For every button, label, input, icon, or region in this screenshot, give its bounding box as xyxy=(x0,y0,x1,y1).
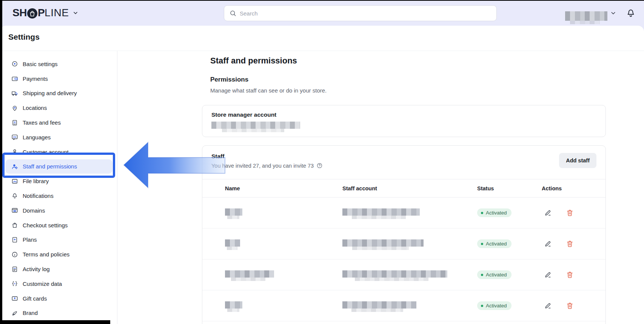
checkout-settings-icon xyxy=(11,222,18,228)
search-input[interactable] xyxy=(240,10,491,17)
customer-account-icon xyxy=(11,148,18,155)
sidebar-item-taxes-and-fees[interactable]: Taxes and fees xyxy=(5,115,112,130)
sidebar-item-label: Languages xyxy=(23,134,51,140)
edit-button[interactable] xyxy=(543,208,552,218)
sidebar-item-label: Brand xyxy=(23,310,38,316)
settings-sidebar: Basic settings Payments Shipping and del… xyxy=(5,57,112,320)
bell-icon[interactable] xyxy=(626,8,636,18)
redacted-account xyxy=(342,239,424,247)
delete-button[interactable] xyxy=(565,239,574,248)
cell-staff-account xyxy=(342,208,477,217)
permissions-heading: Permissions xyxy=(210,76,248,83)
staff-card-header: Staff You have invited 27, and you can i… xyxy=(202,146,605,179)
staff-table-header: Name Staff account Status Actions xyxy=(202,179,605,197)
screenshot-edge-bottom-left xyxy=(0,320,110,324)
sidebar-item-gift-cards[interactable]: Gift cards xyxy=(5,291,112,306)
staff-permissions-icon xyxy=(11,163,18,170)
store-manager-card: Store manager account xyxy=(202,105,606,137)
add-staff-button[interactable]: Add staff xyxy=(559,153,596,168)
sidebar-item-customer-account[interactable]: Customer account xyxy=(5,145,112,159)
permissions-description: Manage what staff can see or do in your … xyxy=(210,87,327,94)
sidebar-item-payments[interactable]: Payments xyxy=(5,71,112,86)
sidebar-item-terms-and-policies[interactable]: Terms and policies xyxy=(5,247,112,262)
locations-icon xyxy=(11,105,18,111)
status-dot xyxy=(481,274,483,276)
sidebar-item-plans[interactable]: Plans xyxy=(5,233,112,247)
edit-button[interactable] xyxy=(543,270,552,279)
sidebar-item-label: Basic settings xyxy=(23,61,58,67)
sidebar-item-basic-settings[interactable]: Basic settings xyxy=(5,57,112,71)
main-title: Staff and permissions xyxy=(210,56,297,66)
sidebar-item-notifications[interactable]: Notifications xyxy=(5,188,112,203)
redacted-account xyxy=(342,301,416,309)
store-manager-account-redacted xyxy=(211,122,300,129)
cell-actions xyxy=(542,239,596,248)
brand-logo[interactable]: SHPLINE xyxy=(12,5,79,20)
sidebar-item-label: Staff and permissions xyxy=(23,163,77,170)
sidebar-item-customize-data[interactable]: ACustomize data xyxy=(5,276,112,291)
redacted-name xyxy=(225,208,242,216)
brand-icon xyxy=(11,310,18,316)
svg-text:EN: EN xyxy=(13,136,16,138)
search-icon xyxy=(230,10,236,17)
delete-button[interactable] xyxy=(565,301,574,310)
screenshot-edge-left xyxy=(0,0,2,324)
sidebar-item-file-library[interactable]: File library xyxy=(5,174,112,188)
sidebar-item-brand[interactable]: Brand xyxy=(5,306,112,321)
table-row: Activated xyxy=(202,228,605,259)
shipping-delivery-icon xyxy=(11,90,18,97)
file-library-icon xyxy=(11,178,18,185)
sidebar-item-label: Customer account xyxy=(23,149,69,155)
gift-cards-icon xyxy=(11,295,18,302)
svg-text:A: A xyxy=(14,282,16,285)
cell-staff-account xyxy=(342,270,477,279)
redacted-name xyxy=(225,270,274,278)
edit-button[interactable] xyxy=(543,239,552,248)
account-name-redacted[interactable] xyxy=(565,11,607,21)
staff-card-title: Staff xyxy=(211,153,323,160)
sidebar-item-label: File library xyxy=(23,178,49,184)
sidebar-item-checkout-settings[interactable]: Checkout settings xyxy=(5,218,112,233)
delete-button[interactable] xyxy=(565,208,574,218)
invite-summary: You have invited 27, and you can invite … xyxy=(211,162,323,169)
sidebar-item-languages[interactable]: ENLanguages xyxy=(5,130,112,145)
sidebar-item-label: Locations xyxy=(23,105,47,111)
store-manager-card-title: Store manager account xyxy=(211,111,596,118)
cell-name xyxy=(211,301,342,310)
sidebar-item-staff-and-permissions[interactable]: Staff and permissions xyxy=(5,159,112,174)
column-header-status: Status xyxy=(477,185,542,191)
delete-button[interactable] xyxy=(565,270,574,279)
sidebar-item-domains[interactable]: Domains xyxy=(5,203,112,218)
brand-wordmark: SHPLINE xyxy=(12,7,69,19)
taxes-fees-icon xyxy=(11,119,18,126)
sidebar-item-shipping-and-delivery[interactable]: Shipping and delivery xyxy=(5,86,112,101)
sidebar-item-label: Domains xyxy=(23,207,45,214)
cell-actions xyxy=(542,270,596,279)
sidebar-item-activity-log[interactable]: Activity log xyxy=(5,262,112,276)
sidebar-item-label: Checkout settings xyxy=(23,222,68,228)
sidebar-item-label: Payments xyxy=(23,76,48,82)
cell-status: Activated xyxy=(477,270,542,279)
cell-status: Activated xyxy=(477,301,542,310)
cell-actions xyxy=(542,208,596,218)
cell-status: Activated xyxy=(477,239,542,248)
column-header-name: Name xyxy=(211,185,342,191)
sidebar-item-label: Gift cards xyxy=(23,295,47,302)
cell-name xyxy=(211,270,342,279)
help-circle-icon[interactable] xyxy=(316,162,323,169)
search-bar[interactable] xyxy=(224,5,497,21)
sidebar-item-label: Shipping and delivery xyxy=(23,90,77,96)
status-badge: Activated xyxy=(477,301,512,310)
chevron-down-icon xyxy=(72,10,79,16)
plans-icon xyxy=(11,236,18,243)
sidebar-divider xyxy=(117,51,117,324)
edit-button[interactable] xyxy=(543,301,552,310)
sidebar-item-locations[interactable]: Locations xyxy=(5,100,112,115)
column-header-staff-account: Staff account xyxy=(342,185,477,191)
cell-staff-account xyxy=(342,301,477,310)
topbar: SHPLINE xyxy=(0,0,644,26)
redacted-account xyxy=(342,208,420,216)
chevron-down-icon[interactable] xyxy=(610,10,616,16)
redacted-name xyxy=(225,301,242,309)
app-window: SHPLINE Settings Basic settings Payments… xyxy=(0,0,644,324)
